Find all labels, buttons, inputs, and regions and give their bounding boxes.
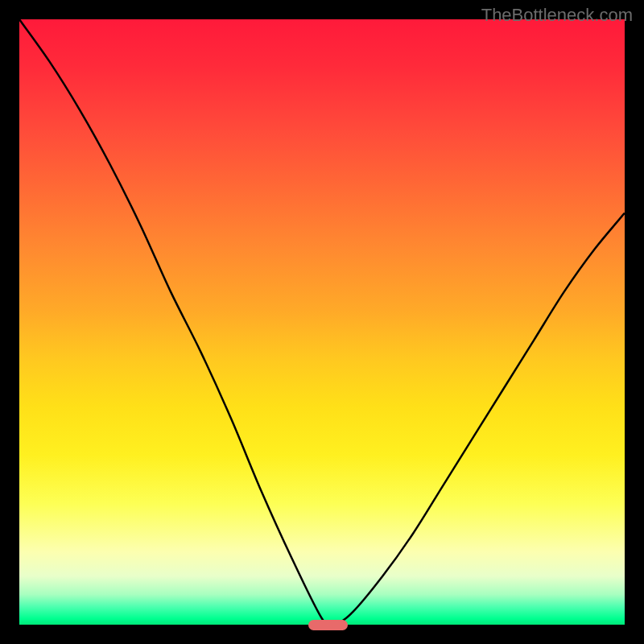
chart-plot-area xyxy=(19,19,625,625)
minimum-marker xyxy=(308,620,348,630)
bottleneck-curve xyxy=(19,19,625,625)
watermark-text: TheBottleneck.com xyxy=(481,5,633,26)
